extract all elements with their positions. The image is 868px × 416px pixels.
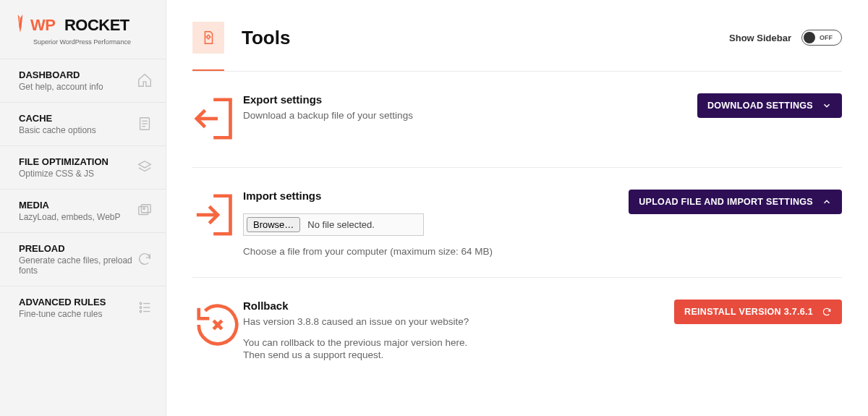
sidebar-item-label: FILE OPTIMIZATION bbox=[19, 156, 109, 167]
nav-list: DASHBOARD Get help, account info CACHE B… bbox=[0, 59, 166, 329]
rollback-line3: Then send us a support request. bbox=[243, 349, 660, 360]
sidebar: WP ROCKET Superior WordPress Performance… bbox=[0, 0, 166, 416]
rollback-section: Rollback Has version 3.8.8 caused an iss… bbox=[192, 278, 842, 381]
sidebar-item-preload[interactable]: PRELOAD Generate cache files, preload fo… bbox=[0, 232, 166, 286]
svg-point-13 bbox=[207, 35, 210, 38]
chevron-down-icon bbox=[822, 101, 832, 111]
rocket-icon bbox=[13, 14, 27, 37]
layers-icon bbox=[137, 159, 153, 175]
logo-tagline: Superior WordPress Performance bbox=[33, 38, 131, 46]
sidebar-item-advanced-rules[interactable]: ADVANCED RULES Fine-tune cache rules bbox=[0, 286, 166, 329]
file-input[interactable]: Browse… No file selected. bbox=[243, 213, 424, 236]
document-icon bbox=[137, 116, 153, 132]
svg-point-7 bbox=[140, 302, 141, 304]
sidebar-item-label: PRELOAD bbox=[19, 243, 137, 254]
upload-import-button[interactable]: UPLOAD FILE AND IMPORT SETTINGS bbox=[629, 190, 842, 214]
toggle-state-label: OFF bbox=[820, 34, 833, 41]
sidebar-item-label: MEDIA bbox=[19, 200, 121, 211]
export-title: Export settings bbox=[243, 93, 683, 106]
page-title: Tools bbox=[242, 27, 290, 49]
download-settings-button[interactable]: DOWNLOAD SETTINGS bbox=[697, 93, 842, 118]
browse-button[interactable]: Browse… bbox=[247, 217, 300, 232]
show-sidebar-toggle[interactable]: OFF bbox=[801, 30, 842, 46]
sliders-icon bbox=[137, 300, 153, 315]
export-section: Export settings Download a backup file o… bbox=[192, 72, 842, 168]
file-selected-label: No file selected. bbox=[307, 219, 375, 230]
sidebar-item-desc: Generate cache files, preload fonts bbox=[19, 255, 137, 276]
rollback-line1: Has version 3.8.8 caused an issue on you… bbox=[243, 316, 660, 327]
sidebar-item-label: ADVANCED RULES bbox=[19, 297, 106, 307]
export-icon bbox=[192, 134, 243, 146]
sidebar-item-desc: Basic cache options bbox=[19, 125, 96, 135]
rollback-icon bbox=[192, 340, 243, 352]
button-label: UPLOAD FILE AND IMPORT SETTINGS bbox=[639, 197, 813, 207]
rollback-line2: You can rollback to the previous major v… bbox=[243, 337, 660, 348]
svg-point-6 bbox=[143, 208, 145, 209]
button-label: REINSTALL VERSION 3.7.6.1 bbox=[684, 307, 813, 317]
logo: WP ROCKET Superior WordPress Performance bbox=[0, 0, 166, 59]
import-icon bbox=[192, 230, 243, 242]
page-header: Tools Show Sidebar OFF bbox=[192, 22, 842, 69]
sidebar-item-desc: LazyLoad, embeds, WebP bbox=[19, 212, 121, 222]
refresh-icon bbox=[822, 307, 832, 317]
svg-point-11 bbox=[140, 310, 141, 312]
svg-point-9 bbox=[140, 307, 141, 308]
logo-wp-text: WP bbox=[30, 16, 55, 35]
sidebar-item-desc: Fine-tune cache rules bbox=[19, 309, 106, 319]
rollback-title: Rollback bbox=[243, 300, 660, 312]
export-desc: Download a backup file of your settings bbox=[243, 110, 683, 121]
sidebar-item-dashboard[interactable]: DASHBOARD Get help, account info bbox=[0, 59, 166, 102]
home-icon bbox=[137, 72, 153, 88]
sidebar-item-media[interactable]: MEDIA LazyLoad, embeds, WebP bbox=[0, 189, 166, 232]
button-label: DOWNLOAD SETTINGS bbox=[707, 101, 813, 111]
import-section: Import settings Browse… No file selected… bbox=[192, 168, 842, 278]
chevron-up-icon bbox=[822, 197, 832, 207]
tools-icon bbox=[192, 22, 224, 54]
sidebar-item-label: CACHE bbox=[19, 113, 96, 124]
toggle-knob bbox=[804, 32, 815, 43]
main-content: Tools Show Sidebar OFF Export settings bbox=[166, 0, 868, 416]
reinstall-version-button[interactable]: REINSTALL VERSION 3.7.6.1 bbox=[674, 300, 842, 324]
sidebar-item-label: DASHBOARD bbox=[19, 69, 103, 80]
sidebar-item-file-optimization[interactable]: FILE OPTIMIZATION Optimize CSS & JS bbox=[0, 145, 166, 189]
import-hint: Choose a file from your computer (maximu… bbox=[243, 246, 614, 257]
refresh-icon bbox=[137, 251, 153, 267]
sidebar-item-cache[interactable]: CACHE Basic cache options bbox=[0, 102, 166, 145]
sidebar-item-desc: Get help, account info bbox=[19, 82, 103, 92]
logo-rocket-text: ROCKET bbox=[64, 16, 129, 35]
sidebar-item-desc: Optimize CSS & JS bbox=[19, 169, 109, 179]
images-icon bbox=[137, 203, 153, 218]
import-title: Import settings bbox=[243, 190, 614, 202]
show-sidebar-label: Show Sidebar bbox=[729, 33, 791, 43]
